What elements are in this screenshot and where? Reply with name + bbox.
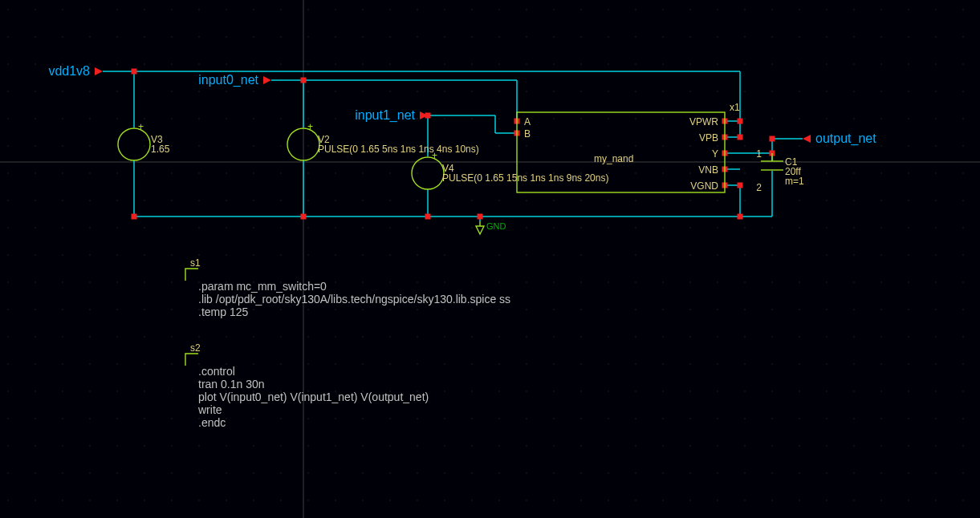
vsrc-v2[interactable]: + V2 PULSE(0 1.65 5ns 1ns 1ns 4ns 10ns) <box>287 121 479 160</box>
svg-point-160 <box>444 118 445 119</box>
svg-point-124 <box>444 91 445 91</box>
svg-point-41 <box>144 36 144 37</box>
svg-point-255 <box>89 200 90 200</box>
svg-point-180 <box>7 145 8 146</box>
svg-point-344 <box>553 254 554 255</box>
svg-point-536 <box>880 391 881 391</box>
svg-point-57 <box>580 36 581 37</box>
svg-point-364 <box>116 281 117 282</box>
svg-point-16 <box>444 9 445 10</box>
svg-point-269 <box>471 200 472 200</box>
svg-point-669 <box>580 500 581 500</box>
svg-point-354 <box>826 254 827 255</box>
svg-point-581 <box>144 445 144 446</box>
svg-point-664 <box>444 500 445 500</box>
svg-point-276 <box>662 200 663 200</box>
svg-point-557 <box>471 418 472 419</box>
svg-point-361 <box>35 281 35 282</box>
svg-rect-719 <box>301 214 306 219</box>
svg-point-348 <box>662 254 663 255</box>
svg-point-447 <box>417 336 417 337</box>
svg-point-625 <box>362 472 363 473</box>
svg-point-298 <box>280 227 281 228</box>
svg-point-434 <box>62 336 63 337</box>
svg-point-241 <box>689 172 690 173</box>
vsrc-v4[interactable]: + V4 PULSE(0 1.65 15ns 1ns 1ns 9ns 20ns) <box>412 150 608 189</box>
svg-point-613 <box>35 472 35 473</box>
svg-point-408 <box>335 309 335 310</box>
svg-point-610 <box>935 445 936 446</box>
svg-point-576 <box>7 445 8 446</box>
svg-point-446 <box>389 336 390 337</box>
svg-point-375 <box>417 281 417 282</box>
svg-point-274 <box>608 200 608 200</box>
svg-point-18 <box>498 9 499 10</box>
svg-point-674 <box>717 500 718 500</box>
vsrc-v3[interactable]: + V3 1.65 <box>118 121 170 160</box>
svg-point-178 <box>935 118 936 119</box>
svg-point-22 <box>608 9 608 10</box>
svg-point-498 <box>826 363 827 364</box>
svg-point-659 <box>307 500 308 500</box>
svg-point-632 <box>553 472 554 473</box>
svg-point-592 <box>444 445 445 446</box>
svg-point-310 <box>608 227 608 228</box>
svg-point-30 <box>826 9 827 10</box>
svg-point-730 <box>118 128 150 160</box>
svg-point-660 <box>335 500 335 500</box>
svg-point-144 <box>7 118 8 119</box>
svg-point-58 <box>608 36 608 37</box>
svg-point-598 <box>608 445 608 446</box>
svg-rect-710 <box>132 69 136 74</box>
svg-point-39 <box>89 36 90 37</box>
svg-point-541 <box>35 418 35 419</box>
svg-point-3 <box>89 9 90 10</box>
svg-point-19 <box>526 9 527 10</box>
svg-marker-743 <box>263 76 271 84</box>
svg-point-478 <box>280 363 281 364</box>
svg-point-91 <box>526 63 527 64</box>
schematic-canvas[interactable]: + V3 1.65 + V2 PULSE(0 1.65 5ns 1ns 1ns … <box>0 0 980 518</box>
svg-point-31 <box>853 9 854 10</box>
svg-point-322 <box>935 227 936 228</box>
code-block-s1[interactable]: s1 .param mc_mm_switch=0 .lib /opt/pdk_r… <box>185 257 510 318</box>
netlabel-in0[interactable]: input0_net <box>198 73 271 87</box>
vsrc-v2-val: PULSE(0 1.65 5ns 1ns 1ns 4ns 10ns) <box>318 144 479 155</box>
cap-c1[interactable]: 1 2 C1 20ff m=1 <box>756 148 804 193</box>
svg-point-594 <box>498 445 499 446</box>
svg-point-401 <box>144 309 144 310</box>
svg-point-662 <box>389 500 390 500</box>
svg-point-340 <box>444 254 445 255</box>
svg-point-651 <box>89 500 90 500</box>
svg-point-665 <box>471 500 472 500</box>
svg-point-308 <box>553 227 554 228</box>
code-block-s2[interactable]: s2 .control tran 0.1n 30n plot V(input0_… <box>185 342 429 429</box>
netlabel-out[interactable]: output_net <box>803 132 876 146</box>
netlabel-vdd[interactable]: vdd1v8 <box>48 64 103 78</box>
svg-point-216 <box>7 172 8 173</box>
svg-rect-716 <box>738 214 742 219</box>
svg-point-603 <box>744 445 745 446</box>
svg-point-291 <box>89 227 90 228</box>
svg-point-284 <box>880 200 881 200</box>
gnd-symbol[interactable]: GND <box>476 221 506 234</box>
svg-point-379 <box>526 281 527 282</box>
svg-point-455 <box>635 336 636 337</box>
svg-point-231 <box>417 172 417 173</box>
svg-point-374 <box>389 281 390 282</box>
netlabel-in1-text: input1_net <box>355 108 415 123</box>
svg-point-480 <box>335 363 335 364</box>
svg-point-174 <box>826 118 827 119</box>
netlabel-in1[interactable]: input1_net <box>355 108 428 123</box>
svg-point-129 <box>580 91 581 91</box>
svg-point-523 <box>526 391 527 391</box>
svg-point-377 <box>471 281 472 282</box>
svg-point-406 <box>280 309 281 310</box>
code-s2-l4: .endc <box>198 416 226 429</box>
svg-point-441 <box>253 336 254 337</box>
svg-point-126 <box>498 91 499 91</box>
svg-point-531 <box>744 391 745 391</box>
svg-point-574 <box>935 418 936 419</box>
svg-point-489 <box>580 363 581 364</box>
svg-point-437 <box>144 336 144 337</box>
